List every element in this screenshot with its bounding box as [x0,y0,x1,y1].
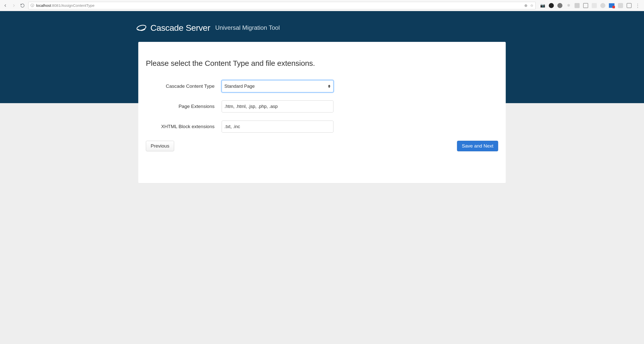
page-heading: Please select the Content Type and file … [146,59,498,68]
extension-circle-dark-icon[interactable] [549,3,554,8]
url-host: localhost:8081/AssignContentType [36,3,94,8]
globe-icon[interactable] [600,3,605,8]
select-caret-icon [328,85,331,88]
extension-u-icon[interactable] [618,3,623,8]
camera-icon[interactable]: 📷 [540,3,545,8]
browser-menu-icon[interactable]: ⋮ [635,3,640,9]
back-button[interactable] [3,3,8,8]
extension-flag-icon[interactable] [609,3,614,8]
extension-icons: 📷 ❄ ⋮ [539,3,641,9]
extension-b-icon[interactable] [627,3,632,8]
snowflake-icon[interactable]: ❄ [566,3,571,8]
extension-square-icon[interactable] [575,3,580,8]
content-type-label: Cascade Content Type [146,83,222,89]
svg-point-0 [136,24,146,31]
content-type-select[interactable]: Standard Page [222,80,334,92]
reload-button[interactable] [20,3,25,8]
cascade-logo-icon [136,22,147,33]
page-extensions-input[interactable] [222,100,334,103]
main-panel: Please select the Content Type and file … [138,42,506,103]
forward-button[interactable] [11,3,17,8]
extension-circle-gray-icon[interactable] [557,3,562,8]
site-info-icon[interactable]: ⓘ [31,3,34,8]
app-subtitle: Universal Migration Tool [215,24,280,31]
extension-light-icon[interactable] [592,3,597,8]
bookmark-star-icon[interactable]: ☆ [530,3,533,8]
zoom-icon[interactable]: ⊕ [524,3,528,8]
extension-outline-icon[interactable] [583,3,588,8]
app-title: Cascade Server [151,23,210,33]
browser-toolbar: ⓘ localhost:8081/AssignContentType ⊕ ☆ 📷… [0,0,644,11]
address-bar[interactable]: ⓘ localhost:8081/AssignContentType ⊕ ☆ [28,2,536,9]
